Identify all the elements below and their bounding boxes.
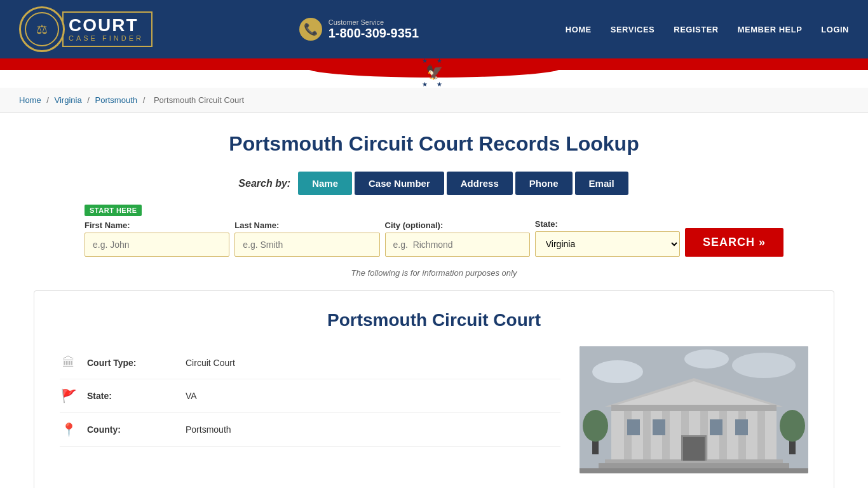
breadcrumb-current: Portsmouth Circuit Court [154,95,244,105]
detail-row-county: 📍 County: Portsmouth [60,413,560,447]
city-group: City (optional): [385,220,530,257]
eagle-stars-left: ★ ★ [422,57,447,64]
detail-row-type: 🏛 Court Type: Circuit Court [60,346,560,379]
state-detail-label: State: [87,391,176,401]
logo-text: COURT CASE FINDER [62,11,153,47]
nav-login[interactable]: LOGIN [821,25,849,34]
state-icon: 🚩 [60,388,78,403]
logo-court-text: COURT [69,17,144,34]
eagle-stars-right: ★ ★ [422,81,447,88]
breadcrumb-sep-2: / [87,95,92,105]
breadcrumb-portsmouth[interactable]: Portsmouth [95,95,137,105]
county-label: County: [87,424,176,435]
tab-email[interactable]: Email [575,172,628,195]
logo-icon: ⚖ [25,12,59,46]
last-name-label: Last Name: [234,220,379,230]
breadcrumb: Home / Virginia / Portsmouth / Portsmout… [0,88,868,113]
tab-address[interactable]: Address [447,172,513,195]
breadcrumb-sep-3: / [143,95,147,105]
tab-phone[interactable]: Phone [515,172,573,195]
breadcrumb-virginia[interactable]: Virginia [55,95,82,105]
court-info-content: 🏛 Court Type: Circuit Court 🚩 State: VA … [60,346,808,473]
nav-member-help[interactable]: MEMBER HELP [738,25,803,34]
nav-home[interactable]: HOME [566,25,592,34]
breadcrumb-home[interactable]: Home [19,95,41,105]
wave-bar: ★ ★ 🦅 ★ ★ [0,58,868,70]
first-name-label: First Name: [85,220,229,230]
svg-rect-14 [757,403,765,461]
start-here-badge: START HERE [85,205,142,216]
svg-rect-22 [627,419,640,435]
first-name-group: First Name: [85,220,229,257]
state-label: State: [535,219,680,229]
court-image [580,346,808,473]
svg-rect-19 [599,463,789,468]
cs-info: Customer Service 1-800-309-9351 [329,18,419,41]
last-name-group: Last Name: [234,220,379,257]
phone-icon: 📞 [299,18,322,41]
tab-case-number[interactable]: Case Number [355,172,444,195]
detail-row-state: 🚩 State: VA [60,379,560,413]
customer-service: 📞 Customer Service 1-800-309-9351 [299,18,419,41]
court-info-title: Portsmouth Circuit Court [60,310,808,330]
svg-point-3 [684,349,729,369]
tab-name[interactable]: Name [298,172,352,195]
county-value: Portsmouth [186,424,231,435]
svg-point-5 [583,410,608,442]
breadcrumb-sep-1: / [46,95,51,105]
court-type-label: Court Type: [87,358,176,368]
search-by-row: Search by: Name Case Number Address Phon… [34,172,834,195]
svg-rect-21 [683,437,705,461]
top-nav: HOME SERVICES REGISTER MEMBER HELP LOGIN [566,25,849,34]
main-content: Portsmouth Circuit Court Records Lookup … [21,113,847,488]
logo-circle: ⚖ [19,6,65,52]
info-note: The following is for information purpose… [34,268,834,278]
state-group: State: AlabamaAlaskaArizonaArkansasCalif… [535,219,680,257]
search-by-label: Search by: [238,178,290,189]
site-header: ⚖ COURT CASE FINDER 📞 Customer Service 1… [0,0,868,58]
svg-rect-23 [653,419,665,435]
nav-services[interactable]: SERVICES [611,25,655,34]
cs-phone: 1-800-309-9351 [329,26,419,41]
city-label: City (optional): [385,220,530,230]
svg-rect-28 [580,468,808,473]
logo-case-finder-text: CASE FINDER [69,34,144,42]
state-detail-value: VA [186,391,197,401]
nav-register[interactable]: REGISTER [674,25,718,34]
logo-area: ⚖ COURT CASE FINDER [19,6,153,52]
court-type-icon: 🏛 [60,355,78,370]
eagle-icon: 🦅 [426,64,443,81]
svg-point-1 [592,360,643,383]
search-form-row: First Name: Last Name: City (optional): … [85,219,783,257]
county-icon: 📍 [60,422,78,437]
first-name-input[interactable] [85,233,229,257]
court-details: 🏛 Court Type: Circuit Court 🚩 State: VA … [60,346,560,473]
eagle-emblem: ★ ★ 🦅 ★ ★ [422,57,447,88]
court-info-box: Portsmouth Circuit Court 🏛 Court Type: C… [34,290,834,488]
svg-rect-25 [735,419,748,435]
court-type-value: Circuit Court [186,358,235,368]
svg-rect-17 [611,405,776,411]
cs-label: Customer Service [329,18,419,26]
svg-rect-24 [710,419,722,435]
svg-point-27 [780,410,805,442]
last-name-input[interactable] [234,233,379,257]
svg-rect-8 [643,403,651,461]
courthouse-svg [580,346,808,473]
state-select[interactable]: AlabamaAlaskaArizonaArkansasCaliforniaCo… [535,231,680,257]
page-title: Portsmouth Circuit Court Records Lookup [34,132,834,156]
search-button[interactable]: SEARCH » [685,228,783,257]
svg-point-2 [732,353,796,378]
city-input[interactable] [385,233,530,257]
